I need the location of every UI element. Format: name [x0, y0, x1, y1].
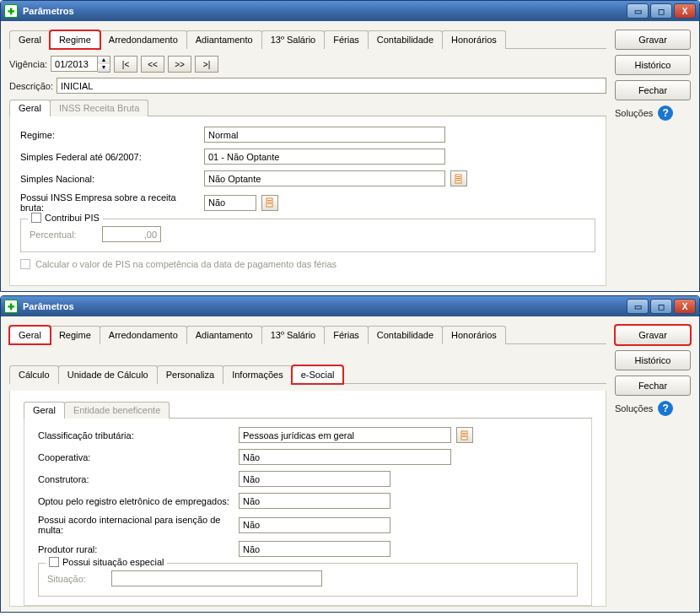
historico-button[interactable]: Histórico: [615, 350, 691, 370]
lookup-classificacao-button[interactable]: [456, 427, 473, 443]
solucoes-label: Soluções: [615, 108, 653, 118]
tab-regime[interactable]: Regime: [50, 30, 100, 49]
tab-geral[interactable]: Geral: [9, 326, 51, 344]
construtora-input[interactable]: [239, 471, 390, 487]
main-tabs: Geral Regime Arredondamento Adiantamento…: [9, 30, 606, 49]
subtab-inss-receita-bruta[interactable]: INSS Receita Bruta: [50, 100, 148, 116]
nav-last-button[interactable]: >|: [195, 56, 218, 73]
percentual-label: Percentual:: [30, 230, 97, 240]
gravar-button[interactable]: Gravar: [615, 30, 691, 50]
tab-geral[interactable]: Geral: [9, 30, 51, 49]
document-icon: [265, 197, 275, 208]
tab-adiantamento[interactable]: Adiantamento: [186, 326, 262, 344]
svg-rect-6: [267, 202, 272, 203]
cooperativa-input[interactable]: [239, 449, 451, 465]
situacao-especial-checkbox[interactable]: [49, 557, 59, 567]
subtab-informacoes[interactable]: Informações: [223, 365, 293, 384]
historico-button[interactable]: Histórico: [615, 55, 691, 75]
subtab-esocial[interactable]: e-Social: [292, 365, 344, 384]
tab-adiantamento[interactable]: Adiantamento: [186, 30, 262, 49]
solucoes-row: Soluções ?: [615, 105, 691, 121]
nav-first-button[interactable]: |<: [114, 56, 137, 73]
maximize-button[interactable]: ◻: [650, 299, 672, 314]
tab-contabilidade[interactable]: Contabilidade: [368, 326, 443, 344]
vigencia-input[interactable]: [51, 56, 98, 72]
vigencia-label: Vigência:: [9, 59, 47, 69]
registro-eletronico-input[interactable]: [239, 493, 390, 509]
tab-honorarios[interactable]: Honorários: [442, 30, 506, 49]
tab-13-salario[interactable]: 13º Salário: [261, 326, 326, 344]
descricao-input[interactable]: [57, 78, 606, 94]
simples-nacional-input[interactable]: [204, 170, 445, 186]
subtab-geral[interactable]: Geral: [9, 100, 51, 116]
produtor-rural-label: Produtor rural:: [38, 544, 234, 554]
situacao-input: [111, 570, 322, 586]
nav-next-button[interactable]: >>: [168, 56, 191, 73]
svg-rect-10: [462, 435, 466, 435]
svg-rect-11: [462, 436, 466, 437]
innertab-entidade-beneficente[interactable]: Entidade beneficente: [64, 402, 170, 419]
produtor-rural-input[interactable]: [239, 541, 390, 557]
tab-contabilidade[interactable]: Contabilidade: [368, 30, 443, 49]
tab-arredondamento[interactable]: Arredondamento: [100, 326, 187, 344]
titlebar[interactable]: ✚ Parâmetros ▭ ◻ X: [1, 296, 699, 316]
tab-13-salario[interactable]: 13º Salário: [261, 30, 326, 49]
inss-receita-input[interactable]: [204, 195, 256, 211]
tab-ferias[interactable]: Férias: [324, 30, 369, 49]
contribui-pis-label: Contribui PIS: [45, 213, 100, 223]
descricao-label: Descrição:: [9, 81, 53, 91]
close-button[interactable]: X: [674, 299, 696, 314]
tab-regime[interactable]: Regime: [50, 326, 100, 344]
svg-rect-1: [456, 176, 460, 177]
lookup-simples-button[interactable]: [450, 170, 467, 186]
innertab-geral[interactable]: Geral: [24, 402, 65, 419]
maximize-button[interactable]: ◻: [650, 3, 672, 19]
fechar-button[interactable]: Fechar: [615, 80, 691, 100]
minimize-button[interactable]: ▭: [627, 299, 649, 314]
registro-eletronico-label: Optou pelo registro eletrônico de empreg…: [38, 496, 234, 506]
spinner-down-icon[interactable]: ▼: [98, 64, 110, 72]
esocial-inner-tabs: Geral Entidade beneficente: [24, 401, 592, 419]
gravar-button[interactable]: Gravar: [615, 325, 691, 345]
lookup-inss-button[interactable]: [261, 195, 278, 211]
help-icon[interactable]: ?: [658, 401, 673, 416]
percentual-input: [102, 226, 161, 242]
subtab-unidade-calculo[interactable]: Unidade de Cálculo: [58, 365, 158, 384]
esocial-panel: Geral Entidade beneficente Classificação…: [9, 391, 606, 607]
contribui-pis-checkbox[interactable]: [31, 213, 41, 223]
classificacao-tributaria-label: Classificação tributária:: [38, 430, 234, 440]
situacao-especial-fieldset: Possui situação especial Situação:: [38, 563, 578, 597]
cooperativa-label: Cooperativa:: [38, 452, 234, 462]
esocial-geral-form: Classificação tributária: Cooperativa: C…: [24, 419, 592, 606]
side-buttons: Gravar Histórico Fechar Soluções ?: [615, 325, 691, 607]
fechar-button[interactable]: Fechar: [615, 376, 691, 396]
help-icon[interactable]: ?: [658, 105, 673, 121]
regime-label: Regime:: [20, 130, 199, 140]
simples-federal-label: Simples Federal até 06/2007:: [20, 152, 199, 162]
close-button[interactable]: X: [674, 3, 696, 19]
nav-prev-button[interactable]: <<: [141, 56, 164, 73]
vigencia-spinner[interactable]: ▲ ▼: [51, 56, 110, 73]
minimize-button[interactable]: ▭: [627, 3, 649, 19]
calcular-pis-ferias-label: Calcular o valor de PIS na competência d…: [35, 259, 337, 269]
contribui-pis-legend: Contribui PIS: [28, 213, 103, 223]
document-icon: [460, 430, 470, 440]
spinner-up-icon[interactable]: ▲: [98, 57, 110, 64]
svg-rect-7: [267, 203, 272, 204]
acordo-internacional-label: Possui acordo internacional para isenção…: [38, 515, 234, 535]
classificacao-tributaria-input[interactable]: [239, 427, 451, 443]
main-tabs: Geral Regime Arredondamento Adiantamento…: [9, 325, 606, 344]
acordo-internacional-input[interactable]: [239, 517, 390, 533]
tab-arredondamento[interactable]: Arredondamento: [100, 30, 187, 49]
tab-ferias[interactable]: Férias: [324, 326, 369, 344]
window-parametros-regime: ✚ Parâmetros ▭ ◻ X Geral Regime Arredond…: [0, 0, 700, 292]
titlebar[interactable]: ✚ Parâmetros ▭ ◻ X: [1, 1, 699, 21]
window-title: Parâmetros: [23, 6, 627, 16]
simples-federal-input[interactable]: [204, 149, 445, 165]
solucoes-row: Soluções ?: [615, 401, 691, 416]
tab-honorarios[interactable]: Honorários: [442, 326, 506, 344]
app-icon: ✚: [4, 4, 18, 18]
subtab-calculo[interactable]: Cálculo: [9, 365, 59, 384]
subtab-personaliza[interactable]: Personaliza: [157, 365, 223, 384]
regime-input[interactable]: [204, 127, 445, 143]
